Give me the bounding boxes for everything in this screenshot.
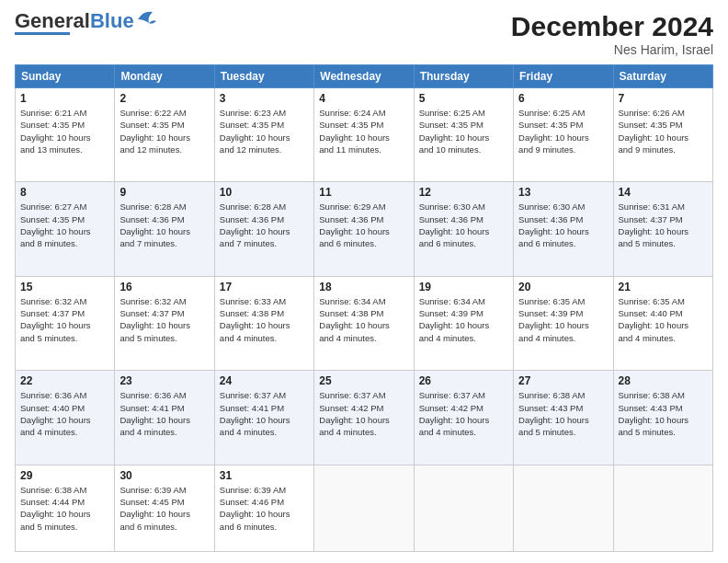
day-number: 21 (619, 281, 708, 293)
day-info: Sunrise: 6:30 AMSunset: 4:36 PMDaylight:… (419, 201, 508, 249)
calendar-cell: 4Sunrise: 6:24 AMSunset: 4:35 PMDaylight… (314, 88, 414, 182)
calendar-cell: 3Sunrise: 6:23 AMSunset: 4:35 PMDaylight… (214, 88, 313, 182)
calendar-cell: 5Sunrise: 6:25 AMSunset: 4:35 PMDaylight… (414, 88, 513, 182)
day-info: Sunrise: 6:32 AMSunset: 4:37 PMDaylight:… (119, 295, 209, 344)
day-info: Sunrise: 6:24 AMSunset: 4:35 PMDaylight:… (319, 107, 408, 155)
logo-bird-icon (136, 10, 156, 29)
day-number: 23 (119, 374, 209, 387)
day-number: 14 (619, 186, 708, 199)
day-number: 8 (20, 186, 109, 199)
day-info: Sunrise: 6:35 AMSunset: 4:40 PMDaylight:… (619, 295, 708, 344)
day-number: 25 (319, 374, 408, 387)
logo-general: General (15, 9, 90, 32)
day-info: Sunrise: 6:27 AMSunset: 4:35 PMDaylight:… (20, 201, 109, 249)
day-number: 15 (20, 281, 109, 293)
calendar-cell: 14Sunrise: 6:31 AMSunset: 4:37 PMDayligh… (613, 182, 712, 276)
day-number: 30 (119, 469, 209, 482)
calendar-cell (314, 465, 414, 551)
calendar-cell: 23Sunrise: 6:36 AMSunset: 4:41 PMDayligh… (115, 371, 214, 465)
day-info: Sunrise: 6:39 AMSunset: 4:46 PMDaylight:… (220, 484, 309, 533)
location: Nes Harim, Israel (511, 42, 713, 57)
calendar-cell (514, 465, 613, 551)
calendar-cell: 6Sunrise: 6:25 AMSunset: 4:35 PMDaylight… (514, 88, 613, 182)
day-info: Sunrise: 6:25 AMSunset: 4:35 PMDaylight:… (419, 107, 508, 155)
calendar-cell: 11Sunrise: 6:29 AMSunset: 4:36 PMDayligh… (314, 182, 414, 276)
day-info: Sunrise: 6:32 AMSunset: 4:37 PMDaylight:… (20, 295, 109, 344)
day-info: Sunrise: 6:23 AMSunset: 4:35 PMDaylight:… (220, 107, 309, 155)
day-number: 18 (319, 281, 408, 293)
calendar-day-header: Sunday (16, 65, 115, 88)
day-number: 19 (419, 281, 508, 293)
day-number: 7 (619, 92, 708, 105)
calendar-cell: 29Sunrise: 6:38 AMSunset: 4:44 PMDayligh… (16, 465, 115, 551)
day-number: 31 (220, 469, 309, 482)
day-info: Sunrise: 6:35 AMSunset: 4:39 PMDaylight:… (518, 295, 608, 344)
day-info: Sunrise: 6:26 AMSunset: 4:35 PMDaylight:… (619, 107, 708, 155)
calendar-day-header: Thursday (414, 65, 513, 88)
calendar-cell: 15Sunrise: 6:32 AMSunset: 4:37 PMDayligh… (16, 276, 115, 370)
day-number: 28 (619, 374, 708, 387)
day-info: Sunrise: 6:37 AMSunset: 4:42 PMDaylight:… (319, 389, 408, 438)
calendar-day-header: Wednesday (314, 65, 414, 88)
calendar-day-header: Saturday (613, 65, 712, 88)
calendar-cell: 30Sunrise: 6:39 AMSunset: 4:45 PMDayligh… (115, 465, 214, 551)
logo: GeneralBlue (15, 11, 156, 35)
day-number: 3 (220, 92, 309, 105)
calendar-cell: 22Sunrise: 6:36 AMSunset: 4:40 PMDayligh… (16, 371, 115, 465)
day-info: Sunrise: 6:34 AMSunset: 4:38 PMDaylight:… (319, 295, 408, 344)
day-number: 26 (419, 374, 508, 387)
day-info: Sunrise: 6:31 AMSunset: 4:37 PMDaylight:… (619, 201, 708, 249)
calendar-cell: 10Sunrise: 6:28 AMSunset: 4:36 PMDayligh… (214, 182, 313, 276)
calendar-cell: 9Sunrise: 6:28 AMSunset: 4:36 PMDaylight… (115, 182, 214, 276)
day-info: Sunrise: 6:36 AMSunset: 4:40 PMDaylight:… (20, 389, 109, 438)
calendar-cell (414, 465, 513, 551)
page: GeneralBlue December 2024 Nes Harim, Isr… (0, 0, 728, 563)
day-number: 16 (119, 281, 209, 293)
calendar-cell: 27Sunrise: 6:38 AMSunset: 4:43 PMDayligh… (514, 371, 613, 465)
calendar-day-header: Friday (514, 65, 613, 88)
day-info: Sunrise: 6:21 AMSunset: 4:35 PMDaylight:… (20, 107, 109, 155)
calendar-cell: 2Sunrise: 6:22 AMSunset: 4:35 PMDaylight… (115, 88, 214, 182)
day-number: 13 (518, 186, 608, 199)
day-info: Sunrise: 6:34 AMSunset: 4:39 PMDaylight:… (419, 295, 508, 344)
calendar-cell: 17Sunrise: 6:33 AMSunset: 4:38 PMDayligh… (214, 276, 313, 370)
calendar-cell: 19Sunrise: 6:34 AMSunset: 4:39 PMDayligh… (414, 276, 513, 370)
calendar-cell: 13Sunrise: 6:30 AMSunset: 4:36 PMDayligh… (514, 182, 613, 276)
day-info: Sunrise: 6:29 AMSunset: 4:36 PMDaylight:… (319, 201, 408, 249)
logo-text: GeneralBlue (15, 11, 134, 31)
calendar-cell: 8Sunrise: 6:27 AMSunset: 4:35 PMDaylight… (16, 182, 115, 276)
day-number: 20 (518, 281, 608, 293)
calendar-cell: 7Sunrise: 6:26 AMSunset: 4:35 PMDaylight… (613, 88, 712, 182)
day-number: 10 (220, 186, 309, 199)
title-area: December 2024 Nes Harim, Israel (511, 11, 713, 57)
day-number: 22 (20, 374, 109, 387)
calendar-cell: 20Sunrise: 6:35 AMSunset: 4:39 PMDayligh… (514, 276, 613, 370)
day-number: 12 (419, 186, 508, 199)
day-info: Sunrise: 6:25 AMSunset: 4:35 PMDaylight:… (518, 107, 608, 155)
day-number: 4 (319, 92, 408, 105)
calendar-cell: 16Sunrise: 6:32 AMSunset: 4:37 PMDayligh… (115, 276, 214, 370)
calendar-cell: 18Sunrise: 6:34 AMSunset: 4:38 PMDayligh… (314, 276, 414, 370)
calendar-cell: 24Sunrise: 6:37 AMSunset: 4:41 PMDayligh… (214, 371, 313, 465)
calendar-day-header: Tuesday (214, 65, 313, 88)
day-info: Sunrise: 6:28 AMSunset: 4:36 PMDaylight:… (119, 201, 209, 249)
day-info: Sunrise: 6:33 AMSunset: 4:38 PMDaylight:… (220, 295, 309, 344)
day-number: 5 (419, 92, 508, 105)
day-number: 1 (20, 92, 109, 105)
calendar-cell: 31Sunrise: 6:39 AMSunset: 4:46 PMDayligh… (214, 465, 313, 551)
day-number: 29 (20, 469, 109, 482)
day-info: Sunrise: 6:36 AMSunset: 4:41 PMDaylight:… (119, 389, 209, 438)
day-number: 17 (220, 281, 309, 293)
day-number: 24 (220, 374, 309, 387)
calendar-cell: 28Sunrise: 6:38 AMSunset: 4:43 PMDayligh… (613, 371, 712, 465)
calendar-cell: 1Sunrise: 6:21 AMSunset: 4:35 PMDaylight… (16, 88, 115, 182)
day-number: 2 (119, 92, 209, 105)
day-number: 11 (319, 186, 408, 199)
calendar-cell (613, 465, 712, 551)
logo-blue: Blue (90, 9, 134, 32)
day-number: 9 (119, 186, 209, 199)
calendar-cell: 26Sunrise: 6:37 AMSunset: 4:42 PMDayligh… (414, 371, 513, 465)
day-info: Sunrise: 6:38 AMSunset: 4:43 PMDaylight:… (619, 389, 708, 438)
day-info: Sunrise: 6:22 AMSunset: 4:35 PMDaylight:… (119, 107, 209, 155)
day-info: Sunrise: 6:39 AMSunset: 4:45 PMDaylight:… (119, 484, 209, 533)
